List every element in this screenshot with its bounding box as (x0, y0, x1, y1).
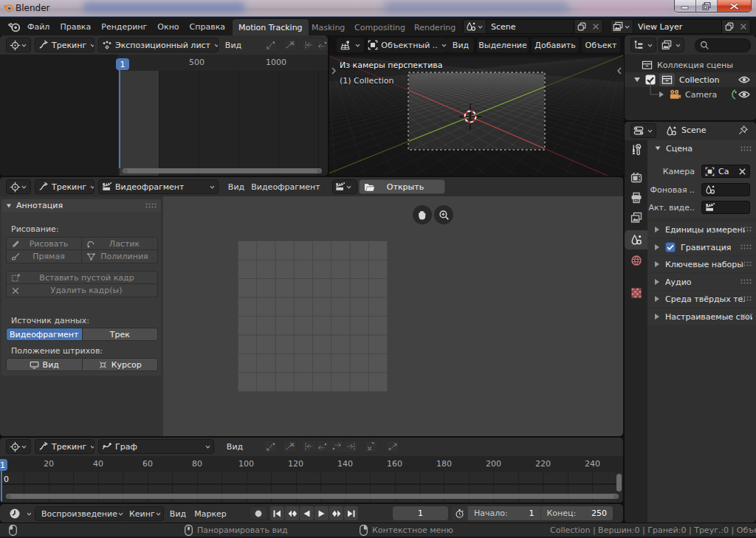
scene-collection-row[interactable]: Коллекция сцены (625, 58, 756, 72)
sidebar-toggle[interactable] (616, 66, 622, 75)
menu-select[interactable]: Выделение (477, 38, 529, 52)
scene-name[interactable]: Scene (487, 20, 574, 33)
panel-custom-properties[interactable]: Настраиваемые свойства (647, 308, 756, 325)
scene-panel-header[interactable]: Сцена (647, 140, 756, 156)
current-frame-badge[interactable]: 1 (116, 58, 129, 70)
jump-to-start-button[interactable] (270, 506, 284, 520)
camera-field[interactable]: Ca (701, 165, 750, 178)
jump-prev-keyframe-button[interactable] (317, 441, 331, 452)
view-layer-name[interactable]: View Layer (633, 20, 721, 33)
viewport-3d-area[interactable]: Объектный .. Вид Выделение Добавить Объе… (329, 35, 624, 176)
menu-edit[interactable]: Правка (55, 22, 96, 32)
filter-dropdown[interactable] (659, 38, 684, 52)
graph-view-dropdown[interactable]: Граф (98, 439, 214, 454)
pin-icon[interactable] (738, 125, 749, 136)
vertical-scrollbar[interactable] (616, 474, 622, 492)
menu-add[interactable]: Добавить (532, 38, 579, 52)
clear-icon[interactable] (738, 168, 746, 176)
view-layer-browse-button[interactable] (611, 20, 633, 33)
record-button[interactable] (249, 506, 267, 520)
dopesheet-ruler[interactable]: 500 1000 (118, 55, 328, 71)
menu-view[interactable]: Вид (221, 38, 246, 52)
zoom-gizmo[interactable] (434, 205, 453, 224)
graph-ruler[interactable]: 20 40 60 80 100 120 140 160 180 200 220 … (0, 456, 623, 472)
clear-track-button[interactable] (283, 38, 297, 52)
tab-scene[interactable] (625, 230, 647, 249)
menu-help[interactable]: Справка (185, 22, 230, 32)
dopesheet-view-dropdown[interactable]: Экспозиционный лист (98, 38, 219, 52)
annotation-panel-header[interactable]: Аннотация (1, 199, 161, 212)
tab-masking[interactable]: Masking (306, 19, 351, 36)
clear-track-button[interactable] (283, 440, 297, 453)
minimize-button[interactable] (675, 0, 696, 12)
next-keyframe-button[interactable] (329, 506, 343, 520)
editor-type-dropdown[interactable] (6, 506, 35, 521)
horizontal-scrollbar[interactable] (123, 168, 322, 173)
jump-prev-keyframe-button[interactable] (317, 39, 329, 51)
active-clip-field[interactable] (701, 201, 750, 214)
track-backwards-button[interactable] (264, 440, 278, 453)
source-clip-option[interactable]: Видеофрагмент (7, 328, 83, 340)
tab-motion-tracking[interactable]: Motion Tracking (233, 19, 309, 36)
menu-marker[interactable]: Маркер (192, 506, 229, 521)
clip-view-dropdown[interactable]: Видеофрагмент (98, 179, 219, 194)
track-backwards-button[interactable] (264, 38, 278, 52)
window-titlebar[interactable]: Blender (0, 0, 756, 16)
play-reverse-button[interactable] (300, 506, 314, 520)
editor-type-dropdown[interactable] (6, 439, 31, 454)
frame-end-field[interactable]: Конец:250 (541, 506, 614, 520)
panel-units[interactable]: Единицы измерения (647, 221, 756, 238)
search-input[interactable] (695, 38, 751, 52)
tab-compositing[interactable]: Compositing (348, 19, 411, 36)
track-forwards-button[interactable] (385, 440, 399, 453)
menu-object[interactable]: Объект (582, 38, 620, 52)
tracking-mode-dropdown[interactable]: Трекинг (35, 179, 94, 194)
panel-keying-sets[interactable]: Ключевые наборы (647, 256, 756, 272)
keying-popover[interactable]: Кеинг (123, 506, 164, 521)
gravity-checkbox[interactable] (665, 242, 676, 252)
scene-new-button[interactable] (574, 20, 589, 33)
panel-audio[interactable]: Аудио (647, 274, 756, 290)
expand-icon[interactable] (634, 77, 640, 82)
placement-cursor-option[interactable]: Курсор (83, 359, 158, 370)
panel-drag-dots[interactable] (740, 227, 752, 232)
placement-view-option[interactable]: Вид (7, 359, 83, 370)
dopesheet-canvas[interactable] (118, 71, 328, 176)
tab-world[interactable] (625, 251, 647, 270)
collection-row[interactable]: Collection (625, 72, 756, 87)
insert-blank-frame-button[interactable]: Вставить пустой кадр (6, 271, 158, 284)
jump-next-keyframe-button[interactable] (330, 441, 344, 452)
mode-dropdown[interactable]: Объектный .. (368, 38, 447, 52)
tab-tool[interactable] (625, 140, 647, 159)
jump-first-keyframe-button[interactable] (303, 441, 317, 452)
current-frame-badge[interactable]: 1 (0, 459, 7, 471)
scene-browse-button[interactable] (464, 20, 487, 33)
close-button[interactable] (718, 0, 751, 12)
panel-drag-dots[interactable] (145, 203, 157, 209)
blender-menu-icon[interactable] (7, 20, 21, 34)
editor-type-dropdown[interactable] (6, 179, 31, 194)
tracking-mode-dropdown[interactable]: Трекинг (35, 439, 94, 454)
panel-drag-dots[interactable] (740, 279, 752, 285)
background-set-field[interactable] (701, 183, 750, 196)
view-layer-remove-button[interactable] (737, 20, 750, 33)
menu-view[interactable]: Вид (223, 179, 250, 194)
frame-start-field[interactable]: Начало:1 (468, 506, 541, 520)
jump-last-keyframe-button[interactable] (344, 441, 357, 452)
jump-first-keyframe-button[interactable] (303, 39, 317, 51)
menu-view[interactable]: Вид (165, 506, 190, 521)
editor-type-dropdown[interactable] (630, 123, 656, 138)
panel-drag-dots[interactable] (740, 314, 752, 320)
panel-rigid-body[interactable]: Среда твёрдых тел (647, 291, 756, 307)
camera-row[interactable]: Camera (625, 87, 756, 102)
panel-drag-dots[interactable] (740, 146, 752, 152)
menu-view[interactable]: Вид (447, 38, 474, 52)
menu-clip[interactable]: Видеофрагмент (252, 179, 320, 194)
hide-eye-icon[interactable] (738, 75, 750, 84)
panel-drag-dots[interactable] (740, 296, 752, 302)
view-layer-new-button[interactable] (721, 20, 737, 33)
current-frame-field[interactable]: 1 (393, 506, 448, 520)
jump-to-end-button[interactable] (344, 506, 358, 520)
playback-popover[interactable]: Воспроизведение (35, 506, 123, 521)
pan-gizmo[interactable] (413, 205, 432, 224)
